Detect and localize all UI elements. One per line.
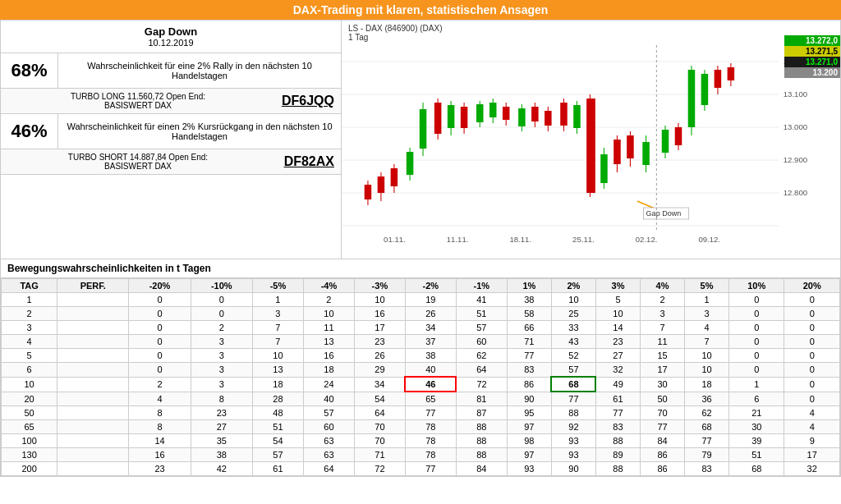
table-cell-m4: 40 <box>303 392 354 406</box>
table-cell-p3: 14 <box>595 321 640 335</box>
table-cell-perf <box>57 335 129 349</box>
table-cell-p10: 68 <box>729 462 784 476</box>
table-cell-p20: 0 <box>784 321 840 335</box>
table-cell-p10: 6 <box>729 392 784 406</box>
table-cell-m5: 18 <box>252 377 303 392</box>
table-cell-m3: 70 <box>354 420 405 434</box>
col-header-m4: -4% <box>303 279 354 293</box>
table-cell-m20: 16 <box>129 448 191 462</box>
table-cell-perf <box>57 349 129 363</box>
stat1-description: Wahrscheinlichkeit für eine 2% Rally in … <box>58 53 341 88</box>
svg-rect-73 <box>728 67 735 80</box>
table-cell-m4: 16 <box>303 349 354 363</box>
table-cell-p10: 39 <box>729 434 784 448</box>
table-cell-m1: 57 <box>456 321 507 335</box>
product1-description: TURBO LONG 11.560,72 Open End:BASISWERT … <box>7 92 269 110</box>
candlestick-chart: 13.200 13.100 13.000 12.900 12.800 01.11… <box>342 21 840 259</box>
table-cell-m4: 64 <box>303 462 354 476</box>
table-row: 2002342616472778493908886836832 <box>2 462 840 476</box>
table-cell-p1: 93 <box>507 462 551 476</box>
table-cell-m1: 41 <box>456 293 507 307</box>
table-cell-p4: 15 <box>641 349 685 363</box>
svg-text:12.800: 12.800 <box>784 189 807 197</box>
table-cell-p3: 49 <box>595 377 640 392</box>
product2-description: TURBO SHORT 14.887,84 Open End:BASISWERT… <box>7 153 269 171</box>
svg-rect-32 <box>461 107 468 128</box>
table-cell-p3: 89 <box>595 448 640 462</box>
table-cell-p5: 7 <box>685 335 729 349</box>
price-3: 13.271,0 <box>784 57 840 67</box>
table-cell-m20: 4 <box>129 392 191 406</box>
svg-rect-38 <box>503 107 510 120</box>
table-cell-m1: 88 <box>456 420 507 434</box>
gap-down-title: Gap Down <box>6 25 336 38</box>
table-cell-m3: 17 <box>354 321 405 335</box>
table-row: 6031318294064835732171000 <box>2 363 840 378</box>
table-cell-p2: 10 <box>551 293 595 307</box>
svg-text:09.12.: 09.12. <box>698 236 720 244</box>
gap-down-date: 10.12.2019 <box>6 38 336 48</box>
table-cell-m1: 62 <box>456 349 507 363</box>
col-header-tag: TAG <box>2 279 57 293</box>
table-cell-m2: 77 <box>405 462 456 476</box>
table-cell-p10: 0 <box>729 363 784 378</box>
chart-subtitle: 1 Tag <box>348 33 443 42</box>
table-cell-p1: 86 <box>507 377 551 392</box>
table-cell-p10: 21 <box>729 406 784 420</box>
svg-rect-63 <box>662 130 669 153</box>
table-cell-p20: 9 <box>784 434 840 448</box>
product1-code[interactable]: DF6JQQ <box>269 94 334 108</box>
svg-rect-65 <box>675 127 682 145</box>
svg-rect-69 <box>701 74 709 105</box>
svg-rect-20 <box>378 176 385 193</box>
table-cell-p5: 4 <box>685 321 729 335</box>
table-cell-p4: 70 <box>641 406 685 420</box>
table-cell-m2: 26 <box>405 307 456 321</box>
table-cell-p3: 32 <box>595 363 640 378</box>
svg-rect-52 <box>600 154 608 183</box>
table-cell-m1: 64 <box>456 363 507 378</box>
table-cell-p4: 77 <box>641 420 685 434</box>
table-cell-m20: 0 <box>129 335 191 349</box>
table-cell-p2: 68 <box>551 377 595 392</box>
col-header-m3: -3% <box>354 279 405 293</box>
table-cell-p2: 90 <box>551 462 595 476</box>
svg-rect-22 <box>391 168 398 186</box>
table-cell-p10: 0 <box>729 335 784 349</box>
svg-rect-40 <box>518 108 526 126</box>
table-cell-p2: 25 <box>551 307 595 321</box>
table-cell-m4: 13 <box>303 335 354 349</box>
table-cell-perf <box>57 307 129 321</box>
col-header-p5: 5% <box>685 279 729 293</box>
table-row: 100143554637078889893888477399 <box>2 434 840 448</box>
table-cell-m10: 0 <box>191 307 252 321</box>
table-cell-p4: 3 <box>641 307 685 321</box>
table-cell-p1: 97 <box>507 448 551 462</box>
table-cell-p1: 90 <box>507 392 551 406</box>
table-cell-p4: 50 <box>641 392 685 406</box>
product-row-2: TURBO SHORT 14.887,84 Open End:BASISWERT… <box>1 149 341 175</box>
table-cell-p20: 4 <box>784 420 840 434</box>
table-cell-m2: 37 <box>405 335 456 349</box>
table-cell-m3: 16 <box>354 307 405 321</box>
table-cell-m5: 3 <box>252 307 303 321</box>
table-cell-p5: 83 <box>685 462 729 476</box>
table-cell-m20: 14 <box>129 434 191 448</box>
table-cell-perf <box>57 377 129 392</box>
table-cell-m4: 2 <box>303 293 354 307</box>
table-cell-m3: 10 <box>354 293 405 307</box>
stats-table: TAG PERF. -20% -10% -5% -4% -3% -2% -1% … <box>1 278 840 476</box>
stat2-description: Wahrscheinlichkeit für einen 2% Kursrück… <box>58 114 341 149</box>
chart-area: LS - DAX (846900) (DAX) 1 Tag 13.272,0 1… <box>342 21 840 259</box>
table-cell-m1: 72 <box>456 377 507 392</box>
table-cell-m2: 78 <box>405 434 456 448</box>
table-cell-m20: 0 <box>129 349 191 363</box>
table-cell-p10: 1 <box>729 377 784 392</box>
table-row: 5031016263862775227151000 <box>2 349 840 363</box>
table-cell-p10: 0 <box>729 349 784 363</box>
table-cell-p4: 30 <box>641 377 685 392</box>
table-cell-p20: 4 <box>784 406 840 420</box>
table-cell-m1: 88 <box>456 448 507 462</box>
svg-text:01.11.: 01.11. <box>384 236 406 244</box>
product2-code[interactable]: DF82AX <box>269 154 334 169</box>
